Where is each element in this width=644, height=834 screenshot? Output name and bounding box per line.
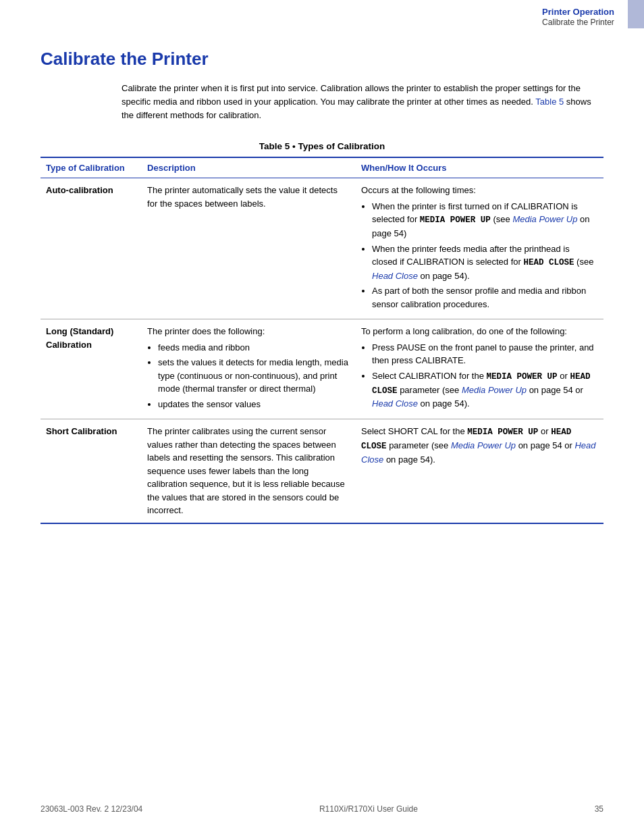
page-title: Calibrate the Printer	[41, 49, 603, 70]
desc-bullets-long: feeds media and ribbon sets the values i…	[147, 341, 349, 411]
header-band: Printer Operation Calibrate the Printer	[0, 0, 644, 28]
content-area: Calibrate the Printer Calibrate the prin…	[0, 35, 644, 538]
footer-center: R110Xi/R170Xi User Guide	[319, 804, 418, 814]
when-intro-auto: Occurs at the following times:	[361, 185, 476, 195]
when-cell-short: Select SHORT CAL for the MEDIA POWER UP …	[356, 419, 603, 523]
footer-right: 35	[595, 804, 603, 814]
list-item: updates the sensor values	[158, 398, 349, 411]
desc-cell-long: The printer does the following: feeds me…	[142, 319, 356, 419]
col-header-when: When/How It Occurs	[356, 157, 603, 178]
mono-media-power-up-2: MEDIA POWER UP	[487, 372, 558, 382]
table-section: Table 5 • Types of Calibration Type of C…	[41, 141, 603, 524]
when-cell-long: To perform a long calibration, do one of…	[356, 319, 603, 419]
link-media-power-up-2[interactable]: Media Power Up	[462, 385, 527, 395]
type-label-short: Short Calibration	[46, 426, 117, 436]
when-bullets-auto: When the printer is first turned on if C…	[361, 200, 597, 311]
when-cell-auto: Occurs at the following times: When the …	[356, 178, 603, 319]
header-tab	[628, 0, 644, 28]
when-bullets-long: Press PAUSE on the front panel to pause …	[361, 341, 597, 411]
desc-cell-short: The printer calibrates using the current…	[142, 419, 356, 523]
list-item: As part of both the sensor profile and m…	[372, 284, 597, 311]
col-header-desc: Description	[142, 157, 356, 178]
list-item: When the printer feeds media after the p…	[372, 242, 597, 283]
mono-media-power-up-1: MEDIA POWER UP	[420, 215, 491, 225]
type-cell-short: Short Calibration	[41, 419, 142, 523]
intro-text-1: Calibrate the printer when it is first p…	[122, 83, 581, 107]
type-label-long: Long (Standard)Calibration	[46, 326, 113, 350]
col-header-type: Type of Calibration	[41, 157, 142, 178]
link-head-close-2[interactable]: Head Close	[372, 398, 418, 409]
link-media-power-up-3[interactable]: Media Power Up	[451, 440, 516, 450]
type-cell-auto: Auto-calibration	[41, 178, 142, 319]
list-item: feeds media and ribbon	[158, 341, 349, 355]
page-container: Printer Operation Calibrate the Printer …	[0, 0, 644, 834]
list-item: Select CALIBRATION for the MEDIA POWER U…	[372, 369, 597, 411]
table5-link[interactable]: Table 5	[535, 97, 564, 107]
footer: 23063L-003 Rev. 2 12/23/04 R110Xi/R170Xi…	[41, 804, 603, 814]
link-media-power-up-1[interactable]: Media Power Up	[512, 214, 577, 224]
link-head-close-1[interactable]: Head Close	[372, 271, 418, 281]
header-subsection-label: Calibrate the Printer	[542, 18, 614, 27]
calibration-table: Type of Calibration Description When/How…	[41, 157, 603, 524]
mono-media-power-up-3: MEDIA POWER UP	[467, 427, 538, 437]
header-title-block: Printer Operation Calibrate the Printer	[542, 0, 622, 28]
mono-head-close-1: HEAD CLOSE	[523, 258, 574, 267]
desc-cell-auto: The printer automatically sets the value…	[142, 178, 356, 319]
list-item: When the printer is first turned on if C…	[372, 200, 597, 240]
footer-left: 23063L-003 Rev. 2 12/23/04	[41, 804, 142, 814]
table-row: Long (Standard)Calibration The printer d…	[41, 319, 603, 419]
list-item: sets the values it detects for media len…	[158, 356, 349, 396]
desc-intro-long: The printer does the following:	[147, 326, 265, 336]
table-row: Auto-calibration The printer automatical…	[41, 178, 603, 319]
type-cell-long: Long (Standard)Calibration	[41, 319, 142, 419]
header-section-label: Printer Operation	[542, 7, 614, 17]
table-title: Table 5 • Types of Calibration	[41, 141, 603, 151]
table-header-row: Type of Calibration Description When/How…	[41, 157, 603, 178]
intro-text: Calibrate the printer when it is first p…	[122, 82, 603, 122]
list-item: Press PAUSE on the front panel to pause …	[372, 341, 597, 367]
when-intro-long: To perform a long calibration, do one of…	[361, 326, 567, 336]
type-label-auto: Auto-calibration	[46, 185, 113, 195]
table-row: Short Calibration The printer calibrates…	[41, 419, 603, 523]
